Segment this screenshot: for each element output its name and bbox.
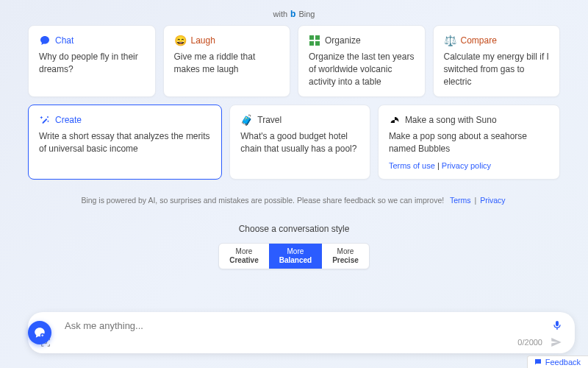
bing-icon: b	[290, 9, 295, 19]
send-group: 0/2000	[517, 336, 563, 349]
card-header: Organize	[309, 35, 415, 46]
organize-icon	[309, 35, 320, 46]
feedback-button[interactable]: Feedback	[527, 355, 588, 368]
cards-row-2: Create Write a short essay that analyzes…	[0, 105, 588, 180]
card-body: Make a pop song about a seahorse named B…	[389, 130, 549, 155]
send-icon[interactable]	[550, 336, 563, 349]
card-laugh[interactable]: 😄 Laugh Give me a riddle that makes me l…	[163, 25, 291, 97]
style-line2: Precise	[332, 256, 359, 265]
card-header: 🧳 Travel	[240, 114, 359, 126]
card-header: Make a song with Suno	[389, 114, 549, 126]
style-line2: Creative	[229, 256, 258, 265]
card-title: Create	[55, 115, 82, 125]
svg-rect-1	[315, 35, 320, 40]
card-organize[interactable]: Organize Organize the last ten years of …	[298, 25, 426, 97]
card-body: Write a short essay that analyzes the me…	[39, 130, 211, 155]
input-meta: 0/2000	[40, 336, 563, 349]
chat-input[interactable]	[40, 320, 545, 331]
card-suno[interactable]: Make a song with Suno Make a pop song ab…	[378, 105, 560, 180]
card-title: Laugh	[191, 35, 215, 46]
char-counter: 0/2000	[517, 338, 542, 347]
suno-icon	[389, 114, 401, 126]
style-line2: Balanced	[279, 256, 312, 265]
card-header: Chat	[39, 35, 145, 46]
feedback-label: Feedback	[545, 358, 581, 367]
card-body: Give me a riddle that makes me laugh	[174, 51, 280, 76]
style-label: Choose a conversation style	[0, 224, 588, 234]
card-header: Create	[39, 114, 211, 126]
card-travel[interactable]: 🧳 Travel What's a good budget hotel chai…	[229, 105, 370, 180]
cards-row-1: Chat Why do people fly in their dreams? …	[0, 25, 588, 97]
card-body: Organize the last ten years of worldwide…	[309, 51, 415, 88]
chat-icon	[39, 35, 51, 46]
svg-rect-3	[315, 41, 320, 46]
brand-name: Bing	[298, 10, 315, 18]
laugh-icon: 😄	[174, 35, 187, 46]
card-title: Chat	[55, 35, 74, 46]
svg-rect-0	[309, 35, 314, 40]
style-creative[interactable]: More Creative	[219, 244, 268, 269]
style-precise[interactable]: More Precise	[322, 244, 369, 269]
suno-terms-link[interactable]: Terms of use	[389, 161, 435, 170]
input-bar: 0/2000	[28, 312, 575, 353]
brand-logo: with b Bing	[273, 9, 315, 19]
style-line1: More	[229, 247, 258, 256]
style-line1: More	[332, 247, 359, 256]
input-row	[40, 319, 563, 331]
card-title: Travel	[257, 115, 282, 125]
disclaimer: Bing is powered by AI, so surprises and …	[0, 196, 588, 205]
disclaimer-text: Bing is powered by AI, so surprises and …	[81, 196, 444, 205]
card-title: Organize	[325, 35, 361, 46]
create-icon	[39, 114, 51, 126]
card-body: What's a good budget hotel chain that us…	[240, 130, 359, 155]
suno-privacy-link[interactable]: Privacy policy	[442, 161, 491, 170]
compare-icon: ⚖️	[444, 35, 456, 46]
card-body: Calculate my energy bill if I switched f…	[444, 51, 550, 88]
mic-icon[interactable]	[551, 319, 563, 331]
card-title: Compare	[461, 35, 497, 46]
style-balanced[interactable]: More Balanced	[269, 244, 322, 269]
suno-links: Terms of use | Privacy policy	[389, 161, 549, 170]
style-section: Choose a conversation style More Creativ…	[0, 224, 588, 269]
feedback-icon	[534, 358, 542, 367]
style-line1: More	[279, 247, 312, 256]
card-body: Why do people fly in their dreams?	[39, 51, 145, 76]
chat-orb[interactable]	[28, 321, 51, 344]
card-create[interactable]: Create Write a short essay that analyzes…	[28, 105, 222, 180]
terms-link[interactable]: Terms	[450, 196, 471, 205]
style-toggle: More Creative More Balanced More Precise	[218, 243, 370, 269]
travel-icon: 🧳	[240, 114, 253, 126]
privacy-link[interactable]: Privacy	[480, 196, 505, 205]
card-header: 😄 Laugh	[174, 35, 280, 46]
card-compare[interactable]: ⚖️ Compare Calculate my energy bill if I…	[433, 25, 561, 97]
card-header: ⚖️ Compare	[444, 35, 550, 46]
card-chat[interactable]: Chat Why do people fly in their dreams?	[28, 25, 156, 97]
with-text: with	[273, 10, 288, 18]
card-title: Make a song with Suno	[405, 115, 497, 125]
svg-rect-2	[309, 41, 314, 46]
header: with b Bing	[0, 0, 588, 25]
